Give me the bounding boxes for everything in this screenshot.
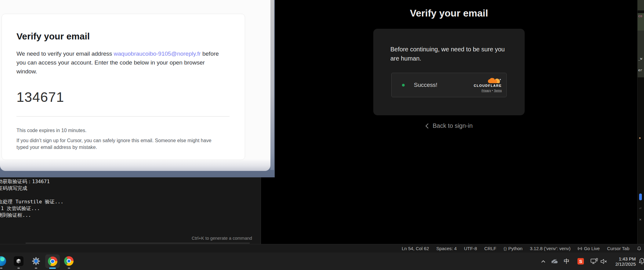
terminal-panel: 功获取验证码：134671 证码填写完成 在处理 Turnstile 验证...… xyxy=(0,177,261,244)
cursor-position[interactable]: Ln 54, Col 62 xyxy=(398,244,432,253)
taskbar-clock[interactable]: 1:43 PM 2/12/2025 xyxy=(615,253,636,270)
running-indicator xyxy=(17,268,20,269)
language-mode[interactable]: { } Python xyxy=(500,244,526,253)
gear-icon xyxy=(31,256,41,266)
braces-icon: { } xyxy=(504,246,506,251)
email-heading: Verify your email xyxy=(16,31,245,42)
date-label: 2/12/2025 xyxy=(615,261,636,267)
ignore-note: If you didn’t sign up for Cursor, you ca… xyxy=(16,137,223,151)
email-window-body: Verify your email We need to verify your… xyxy=(0,0,270,171)
python-interpreter[interactable]: 3.12.8 ('venv': venv) xyxy=(526,244,574,253)
terminal-line xyxy=(0,192,63,198)
terminal-line: 证码填写完成 xyxy=(0,185,63,192)
ctrl-k-hint: Ctrl+K to generate a command xyxy=(192,236,252,241)
email-address-link[interactable]: waquobraucoibo-9105@noreply.fr xyxy=(114,50,201,57)
running-indicator xyxy=(0,268,2,269)
time-label: 1:43 PM xyxy=(615,256,636,261)
go-live[interactable]: Go Live xyxy=(574,244,603,253)
broadcast-icon xyxy=(578,246,582,251)
email-card: Verify your email We need to verify your… xyxy=(2,14,245,160)
human-check-card: Before continuing, we need to be sure yo… xyxy=(373,29,525,115)
code-fragment: _w xyxy=(638,57,642,61)
cursor-taskbar-icon[interactable] xyxy=(14,256,24,266)
terminal-line: 1 次尝试验证... xyxy=(0,205,63,212)
settings-taskbar-icon[interactable] xyxy=(31,256,41,266)
terminal-line: 测到验证框... xyxy=(0,212,63,219)
volume-muted-icon xyxy=(600,258,607,265)
chinese-ime-icon: 中 xyxy=(564,257,570,265)
eol-sequence[interactable]: CRLF xyxy=(481,244,500,253)
notifications-button[interactable] xyxy=(633,244,644,253)
chrome-taskbar-icon-active[interactable] xyxy=(45,254,60,268)
selection-highlight xyxy=(638,0,644,10)
cloud-offline-icon xyxy=(551,258,559,264)
running-indicator xyxy=(35,268,37,269)
code-fragment: co xyxy=(638,14,642,18)
ime-mode-indicator[interactable]: 中 xyxy=(564,253,570,270)
chevron-up-icon xyxy=(540,258,546,264)
expiry-note: This code expires in 10 minutes. xyxy=(16,128,230,133)
language-label: Python xyxy=(508,246,523,251)
body-prefix: We need to verify your email address xyxy=(16,50,114,57)
desktop: Verify your email Before continuing, we … xyxy=(0,0,644,270)
chrome-icon xyxy=(64,256,74,266)
success-status-icon xyxy=(402,84,405,87)
chrome-icon xyxy=(48,257,57,266)
chevron-left-icon xyxy=(425,123,429,129)
horizontal-scrollbar[interactable] xyxy=(26,243,250,243)
turnstile-legal-links: Privacy•Terms xyxy=(482,89,502,92)
back-to-signin-link[interactable]: Back to sign-in xyxy=(425,122,472,129)
bell-dnd-icon: z xyxy=(638,257,644,265)
terms-link[interactable]: Terms xyxy=(494,89,502,92)
notification-center-button[interactable]: z xyxy=(638,253,644,270)
network-tray-icon[interactable] xyxy=(590,253,598,270)
privacy-link[interactable]: Privacy xyxy=(482,89,491,92)
volume-tray-icon[interactable] xyxy=(600,253,607,270)
verification-code: 134671 xyxy=(16,89,245,105)
divider xyxy=(16,116,230,117)
panel-divider xyxy=(261,177,261,244)
taskbar: 中 S 1:43 PM 2/12/2025 xyxy=(0,253,644,270)
links-separator: • xyxy=(492,89,493,92)
close-icon[interactable]: × xyxy=(639,217,642,222)
cloudflare-turnstile-widget[interactable]: Success! CLOUDFLARE Privacy•Terms xyxy=(391,73,507,97)
terminal-line: 功获取验证码：134671 xyxy=(0,178,63,185)
email-preview-window: Verify your email We need to verify your… xyxy=(0,0,275,177)
ethernet-network-icon xyxy=(590,258,598,265)
running-indicator xyxy=(68,268,70,269)
turnstile-status: Success! xyxy=(414,82,437,88)
terminal-output: 功获取验证码：134671 证码填写完成 在处理 Turnstile 验证...… xyxy=(0,178,63,219)
tray-overflow-button[interactable] xyxy=(540,253,546,270)
back-link-label: Back to sign-in xyxy=(432,122,472,129)
onedrive-tray-icon[interactable] xyxy=(551,253,559,270)
statusbar: Ln 54, Col 62 Spaces: 4 UTF-8 CRLF { } P… xyxy=(0,244,644,253)
return-icon: ⏎ xyxy=(639,206,641,210)
bell-icon xyxy=(637,246,642,251)
edge-taskbar-icon[interactable] xyxy=(0,256,6,266)
chrome-taskbar-icon-2[interactable] xyxy=(64,256,74,266)
active-running-indicator xyxy=(49,268,56,269)
sogou-icon: S xyxy=(577,258,584,264)
verification-page: Verify your email Before continuing, we … xyxy=(261,0,637,244)
svg-text:z: z xyxy=(641,259,642,262)
modified-dot xyxy=(639,137,641,139)
email-body-text: We need to verify your email address waq… xyxy=(16,49,223,76)
sogou-input-tray-icon[interactable]: S xyxy=(577,253,584,270)
page-title: Verify your email xyxy=(261,0,637,19)
scrollbar[interactable] xyxy=(270,0,274,170)
editor-edge-strip: co _w er ⏎ × xyxy=(637,0,644,244)
cloudflare-branding: CLOUDFLARE Privacy•Terms xyxy=(474,78,502,92)
encoding[interactable]: UTF-8 xyxy=(460,244,481,253)
cursor-cube-icon xyxy=(15,258,22,264)
go-live-label: Go Live xyxy=(584,246,600,251)
code-fragment: er xyxy=(638,68,642,72)
cloudflare-wordmark: CLOUDFLARE xyxy=(474,84,502,87)
human-check-text: Before continuing, we need to be sure yo… xyxy=(390,45,508,63)
cursor-tab-setting[interactable]: Cursor Tab xyxy=(603,244,633,253)
scrollbar-thumb[interactable] xyxy=(639,194,642,200)
terminal-line: 在处理 Turnstile 验证... xyxy=(0,198,63,205)
indentation[interactable]: Spaces: 4 xyxy=(433,244,461,253)
